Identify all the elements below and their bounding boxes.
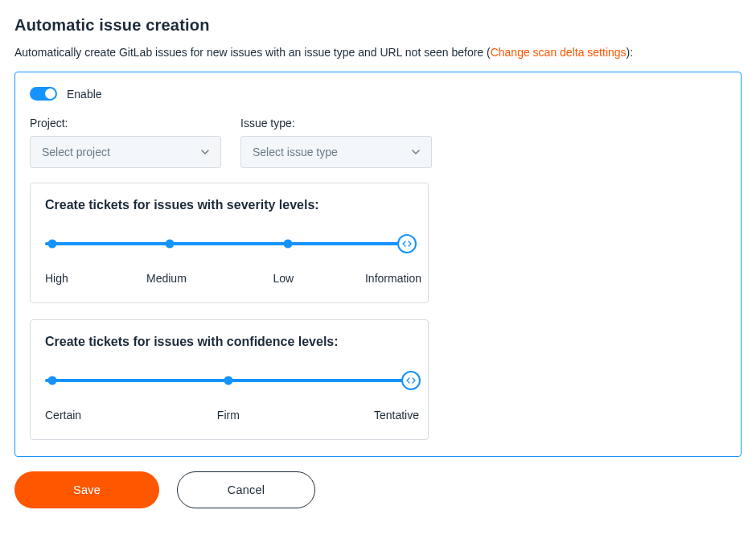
severity-label-high: High bbox=[45, 272, 68, 285]
issue-type-placeholder: Select issue type bbox=[253, 146, 338, 158]
change-scan-delta-link[interactable]: Change scan delta settings bbox=[491, 46, 627, 59]
slider-tick bbox=[224, 376, 232, 385]
severity-card: Create tickets for issues with severity … bbox=[30, 183, 429, 303]
chevron-down-icon bbox=[201, 148, 209, 156]
chevron-down-icon bbox=[412, 148, 420, 156]
toggle-knob bbox=[45, 88, 55, 99]
confidence-slider[interactable] bbox=[45, 375, 411, 386]
slider-handle[interactable] bbox=[401, 371, 421, 390]
project-label: Project: bbox=[30, 117, 221, 130]
slider-tick bbox=[283, 240, 292, 249]
confidence-label-certain: Certain bbox=[45, 409, 81, 422]
intro-suffix: ): bbox=[627, 46, 634, 59]
cancel-button[interactable]: Cancel bbox=[177, 471, 315, 508]
project-select[interactable]: Select project bbox=[30, 136, 221, 168]
slider-handle[interactable] bbox=[397, 234, 417, 253]
enable-toggle[interactable] bbox=[30, 87, 57, 101]
confidence-label-firm: Firm bbox=[217, 409, 240, 422]
action-row: Save Cancel bbox=[14, 471, 742, 508]
slider-tick bbox=[48, 376, 57, 385]
severity-label-information: Information bbox=[365, 272, 421, 285]
severity-label-medium: Medium bbox=[146, 272, 187, 285]
slider-track bbox=[45, 242, 407, 245]
confidence-labels: Certain Firm Tentative bbox=[45, 409, 411, 423]
slider-tick bbox=[48, 240, 57, 249]
save-button[interactable]: Save bbox=[14, 471, 159, 508]
settings-panel: Enable Project: Select project Issue typ… bbox=[14, 72, 742, 457]
confidence-label-tentative: Tentative bbox=[374, 409, 419, 422]
confidence-card: Create tickets for issues with confidenc… bbox=[30, 319, 429, 440]
intro-text: Automatically create GitLab issues for n… bbox=[14, 46, 742, 59]
intro-prefix: Automatically create GitLab issues for n… bbox=[14, 46, 491, 59]
issue-type-select[interactable]: Select issue type bbox=[240, 136, 432, 168]
severity-slider[interactable] bbox=[45, 238, 407, 249]
project-placeholder: Select project bbox=[42, 146, 110, 158]
issue-type-label: Issue type: bbox=[240, 117, 432, 130]
confidence-title: Create tickets for issues with confidenc… bbox=[45, 335, 413, 349]
slider-tick bbox=[166, 240, 175, 249]
enable-label: Enable bbox=[67, 88, 102, 101]
severity-label-low: Low bbox=[273, 272, 294, 285]
severity-labels: High Medium Low Information bbox=[45, 272, 407, 286]
severity-title: Create tickets for issues with severity … bbox=[45, 198, 413, 212]
page-title: Automatic issue creation bbox=[14, 16, 742, 35]
